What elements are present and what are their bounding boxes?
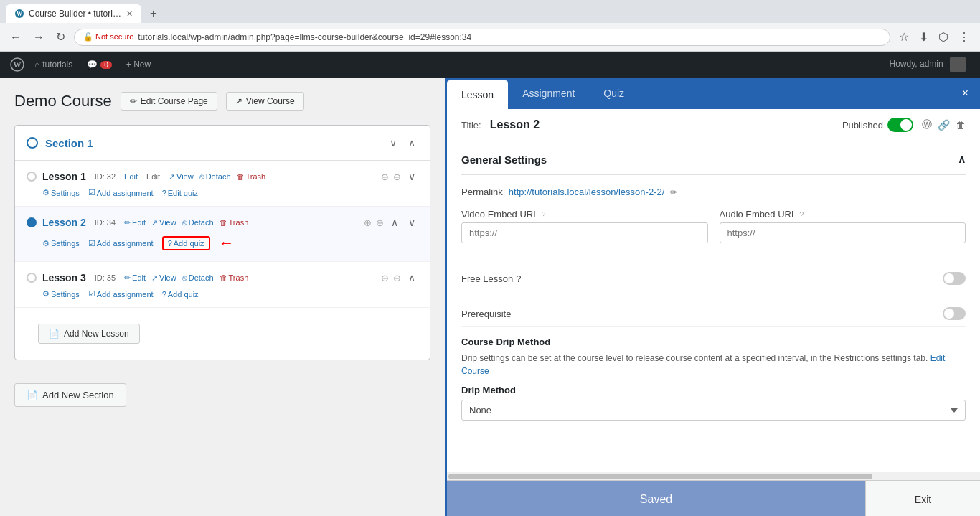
lesson-edit-3[interactable]: ✏ Edit [124,273,146,283]
lesson-detach-2[interactable]: ⎋ Detach [182,218,214,227]
lesson-edit-2[interactable]: ✏ Edit [124,218,146,227]
quiz-icon-2: ? [168,239,172,248]
tab-lesson[interactable]: Lesson [447,80,508,109]
lesson-trash-1[interactable]: 🗑 Trash [237,172,266,181]
toolbar-actions: ☆ ⬇ ⬡ ⋮ [896,27,973,47]
lesson-move-down-2[interactable]: ∨ [405,215,418,230]
save-button[interactable]: Saved [447,481,865,516]
lesson-name-1[interactable]: Lesson 1 [42,171,86,182]
forward-button[interactable]: → [30,28,47,47]
active-tab[interactable]: W Course Builder • tutorials — Wo ✕ [6,4,141,23]
lesson-view-1[interactable]: ↗ View [169,172,194,182]
admin-bar-site[interactable]: ⌂ tutorials [27,52,80,78]
tab-bar: W Course Builder • tutorials — Wo ✕ + [0,0,980,23]
home-icon: ⌂ [34,60,39,70]
lesson-name-3[interactable]: Lesson 3 [42,272,86,283]
bookmark-button[interactable]: ☆ [896,27,912,47]
lesson-settings-1[interactable]: ⚙ Settings [42,188,80,197]
right-panel-close-button[interactable]: × [951,78,980,108]
delete-icon[interactable]: 🗑 [956,119,966,131]
lesson-edit-quiz-1[interactable]: ? Edit quiz [162,189,198,197]
lesson-row-3: Lesson 3 ID: 35 ✏ Edit ↗ View ⎋ Detach [27,271,418,285]
wp-icon[interactable]: Ⓦ [922,118,932,131]
lesson-trash-3[interactable]: 🗑 Trash [220,273,249,282]
security-indicator: 🔓 Not secure [83,32,133,42]
general-settings-section: General Settings ∧ Permalink http://tuto… [447,141,980,432]
link-icon[interactable]: 🔗 [938,119,950,131]
lesson-add-quiz-3[interactable]: ? Add quiz [162,290,199,299]
lesson-radio-2[interactable] [27,217,37,227]
drip-method-select[interactable]: None [461,400,966,421]
wp-logo[interactable]: W [7,55,27,75]
free-lesson-label: Free Lesson ? [461,273,522,284]
video-help-icon[interactable]: ? [541,210,545,219]
lesson-row-2: Lesson 2 ID: 34 ✏ Edit ↗ View ⎋ Detach [27,215,418,230]
url-text: tutorials.local/wp-admin/admin.php?page=… [138,32,881,42]
section-toggle[interactable] [27,137,38,149]
video-embed-input[interactable] [461,222,708,243]
add-new-lesson-button[interactable]: 📄 Add New Lesson [38,324,140,344]
lesson-name-2[interactable]: Lesson 2 [42,217,86,228]
prerequisite-toggle[interactable] [943,307,966,320]
audio-embed-input[interactable] [720,222,966,243]
drip-section: Course Drip Method Drip settings can be … [461,337,966,421]
browser-toolbar: ← → ↻ 🔓 Not secure tutorials.local/wp-ad… [0,23,980,52]
scroll-thumb[interactable] [448,474,872,479]
admin-bar-comments[interactable]: 💬 0 [80,52,119,78]
lesson-add-assignment-1[interactable]: ☑ Add assignment [88,188,154,197]
horizontal-scrollbar[interactable] [447,472,980,480]
exit-button[interactable]: Exit [865,481,980,516]
published-toggle[interactable] [887,118,913,132]
view-icon-3: ↗ [151,273,158,283]
settings-icon-1: ⚙ [42,188,50,197]
quiz-icon-3: ? [162,290,166,299]
back-button[interactable]: ← [7,28,24,47]
lesson-add-assignment-3[interactable]: ☑ Add assignment [88,289,154,299]
lesson-settings-2[interactable]: ⚙ Settings [42,239,80,248]
section-collapse-btn[interactable]: ∨ [387,136,400,150]
lesson-edit-1[interactable]: Edit [124,172,138,181]
lesson-icon-b-3: ⊕ [393,273,401,283]
drip-method-label: Drip Method [461,385,966,395]
lesson-view-2[interactable]: ↗ View [151,218,176,227]
prerequisite-label: Prerequisite [461,309,511,319]
add-new-section-button[interactable]: 📄 Add New Section [14,383,126,407]
lesson-move-down-1[interactable]: ∨ [405,169,418,184]
lesson-move-up-2[interactable]: ∧ [388,215,401,230]
lesson-view-3[interactable]: ↗ View [151,273,176,283]
tab-close-btn[interactable]: ✕ [126,9,133,19]
menu-button[interactable]: ⋮ [956,27,973,47]
lesson-move-up-3[interactable]: ∧ [405,271,418,285]
new-tab-button[interactable]: + [144,4,162,23]
view-course-button[interactable]: ↗ View Course [226,92,304,111]
lesson-detach-3[interactable]: ⎋ Detach [182,273,214,282]
collapse-icon[interactable]: ∧ [958,153,966,166]
lesson-settings-3[interactable]: ⚙ Settings [42,289,80,299]
lesson-add-quiz-2[interactable]: ? Add quiz [162,236,210,250]
free-lesson-toggle[interactable] [943,272,966,285]
address-bar[interactable]: 🔓 Not secure tutorials.local/wp-admin/ad… [74,29,890,46]
lesson-radio-3[interactable] [27,273,37,283]
lesson-add-assignment-2[interactable]: ☑ Add assignment [88,239,154,248]
tab-quiz[interactable]: Quiz [589,79,639,108]
extensions-button[interactable]: ⬡ [936,27,951,47]
permalink-edit-icon[interactable]: ✏ [670,187,677,197]
tab-assignment[interactable]: Assignment [508,79,589,108]
video-embed-label: Video Embed URL ? [461,209,708,220]
permalink-link[interactable]: http://tutorials.local/lesson/lesson-2-2… [509,187,665,197]
edit-course-page-button[interactable]: ✏ Edit Course Page [121,92,217,111]
lesson-icon-b-2: ⊕ [376,217,384,228]
reload-button[interactable]: ↻ [53,27,68,47]
lesson-radio-1[interactable] [27,172,37,182]
free-lesson-help-icon[interactable]: ? [516,273,521,284]
general-settings-header: General Settings ∧ [461,153,966,175]
download-button[interactable]: ⬇ [916,27,931,47]
video-embed-field: Video Embed URL ? [461,209,708,243]
add-section-area: 📄 Add New Section [14,372,430,418]
lesson-detach-1[interactable]: ⎋ Detach [199,172,231,181]
admin-bar-new[interactable]: + New [119,52,158,78]
lesson-trash-2[interactable]: 🗑 Trash [220,218,249,227]
add-lesson-area: 📄 Add New Lesson [15,308,430,360]
section-expand-btn[interactable]: ∧ [405,136,418,150]
audio-help-icon[interactable]: ? [799,210,804,219]
